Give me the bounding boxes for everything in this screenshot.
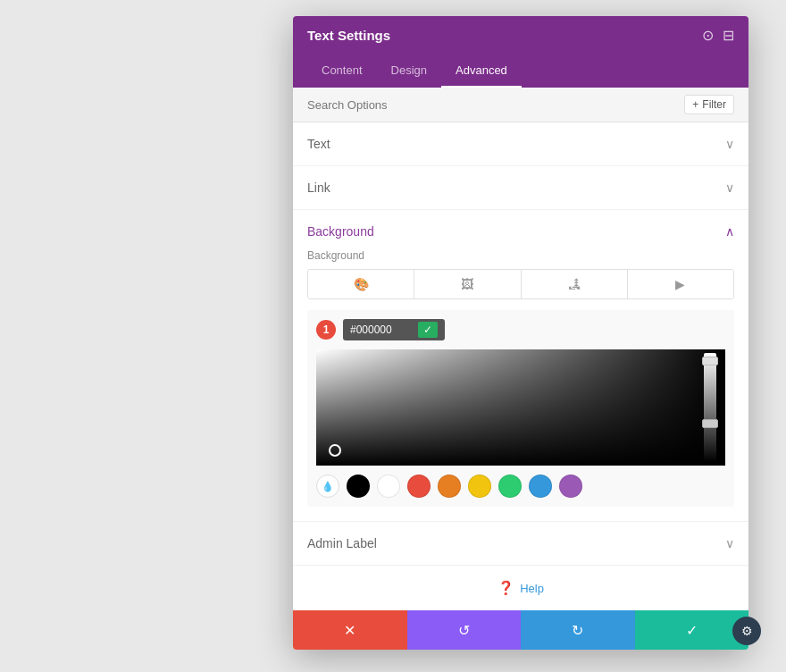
link-chevron-icon: ∨ bbox=[725, 181, 734, 195]
help-row: ❓ Help bbox=[293, 566, 748, 610]
cancel-icon: ✕ bbox=[344, 622, 355, 639]
background-type-tabs: 🎨 🖼 🏞 ▶ bbox=[307, 269, 734, 299]
background-header[interactable]: Background ∧ bbox=[293, 210, 748, 249]
modal-footer: ✕ ↺ ↻ ✓ bbox=[293, 610, 748, 650]
slider-handle-top[interactable] bbox=[702, 357, 718, 365]
help-text[interactable]: Help bbox=[520, 582, 544, 595]
tab-content[interactable]: Content bbox=[307, 55, 377, 88]
gradient-icon: 🖼 bbox=[461, 277, 473, 291]
swatch-green[interactable] bbox=[498, 475, 522, 498]
admin-chevron-icon: ∨ bbox=[725, 536, 734, 550]
background-section-label: Background bbox=[307, 224, 374, 239]
modal-body: Text ∨ Link ∨ Background ∧ Background 🎨 bbox=[293, 122, 748, 610]
apply-hex-button[interactable]: ✓ bbox=[418, 322, 438, 338]
search-bar: + Filter bbox=[293, 88, 748, 122]
swatch-black[interactable] bbox=[347, 475, 370, 498]
admin-label-section[interactable]: Admin Label ∨ bbox=[293, 522, 748, 566]
link-section-row[interactable]: Link ∨ bbox=[293, 166, 748, 210]
image-icon: 🏞 bbox=[568, 277, 581, 291]
modal-header: Text Settings ⊙ ⊟ bbox=[293, 16, 748, 55]
slider-handle-bottom[interactable] bbox=[702, 419, 718, 428]
eyedropper-button[interactable]: 💧 bbox=[316, 475, 339, 498]
eyedropper-icon: 💧 bbox=[322, 481, 334, 492]
text-section-row[interactable]: Text ∨ bbox=[293, 122, 748, 166]
plus-icon: + bbox=[692, 98, 698, 111]
link-section-label: Link bbox=[307, 181, 330, 195]
cancel-button[interactable]: ✕ bbox=[293, 610, 407, 650]
color-gradient-canvas[interactable] bbox=[316, 349, 725, 466]
swatch-orange[interactable] bbox=[438, 475, 461, 498]
search-input[interactable] bbox=[307, 98, 684, 112]
bg-type-image[interactable]: 🏞 bbox=[522, 270, 628, 298]
color-picker-area: 1 ✓ bbox=[307, 310, 734, 507]
modal-title: Text Settings bbox=[307, 28, 390, 43]
background-sublabel: Background bbox=[307, 249, 734, 262]
color-swatches: 💧 bbox=[316, 475, 725, 498]
bg-type-gradient[interactable]: 🖼 bbox=[414, 270, 521, 298]
swatch-white[interactable] bbox=[377, 475, 400, 498]
bg-type-video[interactable]: ▶ bbox=[628, 270, 733, 298]
target-icon[interactable]: ⊙ bbox=[702, 27, 714, 44]
help-icon: ❓ bbox=[498, 580, 514, 596]
redo-icon: ↻ bbox=[572, 622, 583, 639]
background-chevron-icon: ∧ bbox=[725, 224, 734, 239]
text-chevron-icon: ∨ bbox=[725, 137, 734, 151]
hex-input-row: 1 ✓ bbox=[316, 319, 725, 340]
text-settings-modal: Text Settings ⊙ ⊟ Content Design Advance… bbox=[293, 16, 748, 650]
tab-design[interactable]: Design bbox=[377, 55, 441, 88]
gradient-handle[interactable] bbox=[329, 444, 341, 457]
filter-button[interactable]: + Filter bbox=[684, 95, 734, 114]
swatch-blue[interactable] bbox=[529, 475, 552, 498]
background-content: Background 🎨 🖼 🏞 ▶ bbox=[293, 249, 748, 521]
columns-icon[interactable]: ⊟ bbox=[723, 27, 734, 44]
hex-input[interactable] bbox=[350, 323, 413, 336]
paint-bucket-icon: 🎨 bbox=[354, 277, 369, 291]
video-icon: ▶ bbox=[675, 277, 685, 291]
text-section-label: Text bbox=[307, 137, 330, 151]
tabs-bar: Content Design Advanced bbox=[293, 55, 748, 88]
save-icon: ✓ bbox=[686, 622, 698, 639]
save-button[interactable]: ✓ bbox=[635, 610, 749, 650]
swatch-purple[interactable] bbox=[559, 475, 582, 498]
tab-advanced[interactable]: Advanced bbox=[441, 55, 522, 88]
floating-settings-button[interactable]: ⚙ bbox=[732, 617, 761, 645]
admin-section-label: Admin Label bbox=[307, 536, 377, 550]
hex-input-wrap: ✓ bbox=[343, 319, 445, 340]
settings-icon: ⚙ bbox=[741, 624, 753, 638]
gradient-value bbox=[316, 349, 725, 466]
step-badge: 1 bbox=[316, 320, 336, 340]
reset-icon: ↺ bbox=[458, 622, 470, 639]
background-section: Background ∧ Background 🎨 🖼 🏞 bbox=[293, 210, 748, 522]
reset-button[interactable]: ↺ bbox=[407, 610, 522, 650]
redo-button[interactable]: ↻ bbox=[521, 610, 635, 650]
header-icons: ⊙ ⊟ bbox=[702, 27, 734, 44]
bg-type-color[interactable]: 🎨 bbox=[308, 270, 414, 298]
swatch-red[interactable] bbox=[407, 475, 431, 498]
vertical-hue-slider[interactable] bbox=[704, 353, 716, 462]
swatch-yellow[interactable] bbox=[468, 475, 491, 498]
